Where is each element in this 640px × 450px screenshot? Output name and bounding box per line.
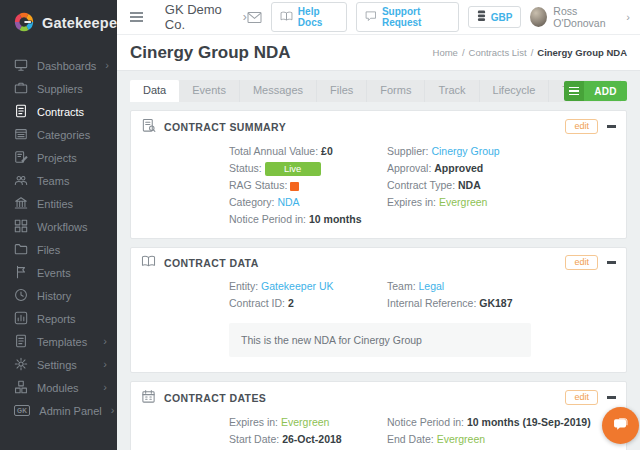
contract-id-value: 2 [288,297,294,309]
open-book-icon [141,255,156,270]
title-bar: Cinergy Group NDA Home / Contracts List … [117,35,640,71]
start-date-value: 26-Oct-2018 [282,433,342,445]
tab-lifecycle[interactable]: Lifecycle [480,80,550,102]
breadcrumb: Home / Contracts List / Cinergy Group ND… [433,47,627,58]
folder-lines-icon [14,127,28,143]
sidebar-item-teams[interactable]: Teams [0,169,117,192]
gk-badge-icon: GK [14,405,30,416]
expires-in-value: Evergreen [281,416,329,428]
sidebar-item-dashboards[interactable]: Dashboards › [0,54,117,77]
entity-link[interactable]: Gatekeeper UK [261,280,333,292]
chevron-right-icon: › [111,405,115,416]
top-bar: GK Demo Co. › Help Docs Support Request … [117,0,640,35]
end-date-value: Evergreen [437,433,485,445]
sidebar-item-events[interactable]: Events [0,261,117,284]
card-title: CONTRACT SUMMARY [164,121,286,133]
tab-messages[interactable]: Messages [240,80,317,102]
contract-type-value: NDA [458,179,481,191]
chat-bubble-icon [611,415,630,436]
contract-data-card: CONTRACT DATA edit Entity: Gatekeeper UK… [130,247,627,373]
tab-data[interactable]: Data [130,80,179,102]
chevron-right-icon: › [105,60,109,71]
people-icon [14,173,28,189]
notice-period-value: 10 months (19-Sep-2019) [467,416,591,428]
tab-track[interactable]: Track [425,80,479,102]
currency-button[interactable]: GBP [468,6,522,28]
breadcrumb-current: Cinergy Group NDA [537,47,627,58]
company-switcher[interactable]: GK Demo Co. › [165,2,247,32]
brand-logo[interactable]: Gatekeeper [0,0,117,45]
contract-note: This is the new NDA for Cinergy Group [229,323,531,357]
sidebar-item-files[interactable]: Files [0,238,117,261]
internal-reference-value: GK187 [479,297,512,309]
card-title: CONTRACT DATES [164,392,266,404]
avatar [530,7,547,27]
tab-forms[interactable]: Forms [367,80,425,102]
book-icon [280,11,293,24]
mail-icon[interactable] [247,11,262,24]
team-link[interactable]: Legal [419,280,445,292]
edit-button[interactable]: edit [565,390,598,405]
chevron-right-icon: › [103,359,107,370]
sidebar-item-entities[interactable]: Entities [0,192,117,215]
template-document-icon [14,334,28,350]
edit-button[interactable]: edit [565,255,598,270]
tab-files[interactable]: Files [317,80,367,102]
add-button[interactable]: ADD [564,81,627,101]
contract-dates-card: CONTRACT DATES edit Expires in: Evergree… [130,381,627,450]
notice-period: 10 months [309,213,362,225]
support-request-button[interactable]: Support Request [356,2,459,32]
chat-launcher-button[interactable] [602,407,639,444]
sidebar-item-contracts[interactable]: Contracts [0,100,117,123]
sidebar-item-projects[interactable]: Projects [0,146,117,169]
sidebar-item-templates[interactable]: Templates › [0,330,117,353]
user-menu[interactable]: Ross O'Donovan › [530,5,630,29]
document-icon [14,104,28,120]
contract-summary-card: CONTRACT SUMMARY edit Total Annual Value… [130,110,627,239]
help-docs-button[interactable]: Help Docs [271,2,347,32]
collapse-icon[interactable] [607,261,616,264]
collapse-icon[interactable] [607,125,616,128]
breadcrumb-home[interactable]: Home [433,47,458,58]
supplier-link[interactable]: Cinergy Group [431,145,499,157]
tab-events[interactable]: Events [179,80,240,102]
sidebar-item-settings[interactable]: Settings › [0,353,117,376]
approval-value: Approved [434,162,483,174]
content-area: Data Events Messages Files Forms Track L… [117,71,640,450]
breadcrumb-contracts-list[interactable]: Contracts List [469,47,527,58]
sidebar-item-suppliers[interactable]: Suppliers [0,77,117,100]
calendar-icon [141,389,156,406]
status-badge: Live [265,162,321,177]
monitor-icon [14,58,28,74]
total-annual-value: £0 [321,145,333,157]
sidebar: Gatekeeper Dashboards › Suppliers Contra… [0,0,117,450]
briefcase-icon [14,81,28,97]
grid-icon [14,219,28,235]
sidebar-item-history[interactable]: History [0,284,117,307]
menu-toggle-icon[interactable] [130,9,143,24]
coin-stack-icon [477,10,486,24]
sidebar-item-admin-panel[interactable]: GK Admin Panel › [0,399,117,422]
document-search-icon [141,118,156,135]
card-title: CONTRACT DATA [164,257,259,269]
gear-icon [14,357,28,373]
sidebar-item-categories[interactable]: Categories [0,123,117,146]
page-title: Cinergy Group NDA [130,43,291,63]
sidebar-item-workflows[interactable]: Workflows [0,215,117,238]
gatekeeper-logo-icon [13,11,35,35]
expires-in-value: Evergreen [439,196,487,208]
sidebar-menu: Dashboards › Suppliers Contracts Categor… [0,45,117,422]
collapse-icon[interactable] [607,396,616,399]
rag-status-square [290,182,299,191]
sidebar-item-reports[interactable]: Reports [0,307,117,330]
cubes-icon [14,380,28,396]
clock-icon [14,288,28,304]
speech-bubble-icon [365,10,377,24]
edit-button[interactable]: edit [565,119,598,134]
category-link[interactable]: NDA [277,196,299,208]
bank-icon [14,196,28,212]
sidebar-item-modules[interactable]: Modules › [0,376,117,399]
list-icon [564,81,584,101]
tab-bar: Data Events Messages Files Forms Track L… [130,81,627,102]
folder-icon [14,242,28,258]
